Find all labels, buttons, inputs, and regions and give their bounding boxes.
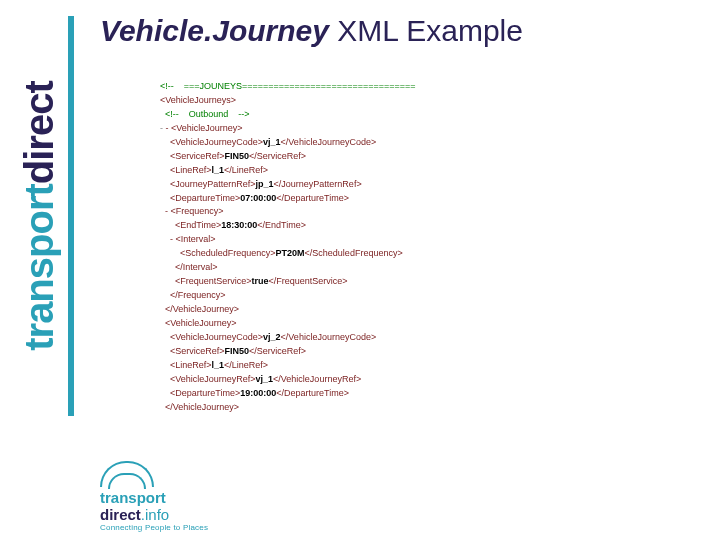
xml-tag: <VehicleJourneyRef> (160, 374, 256, 384)
xml-tag: </VehicleJourneyCode> (281, 137, 377, 147)
xml-value: true (252, 276, 269, 286)
sidebar-logo-text: transportdirect (17, 82, 62, 352)
xml-value: vj_1 (263, 137, 281, 147)
xml-code-block: <!-- ===JOUNEYS=========================… (160, 80, 600, 415)
xml-tag: <VehicleJourney> (160, 318, 237, 328)
xml-tag: </FrequentService> (269, 276, 348, 286)
sidebar-logo: transportdirect (10, 10, 68, 440)
xml-comment: <!-- Outbound --> (160, 109, 250, 119)
xml-tag: </VehicleJourneyCode> (281, 332, 377, 342)
xml-tag: </VehicleJourney> (160, 402, 239, 412)
title-italic: Vehicle.Journey (100, 14, 329, 47)
xml-value: vj_2 (263, 332, 281, 342)
xml-tag: </Frequency> (160, 290, 226, 300)
xml-tag: </ServiceRef> (249, 151, 306, 161)
xml-tag: <DepartureTime> (160, 193, 240, 203)
xml-tag: </Interval> (160, 262, 218, 272)
xml-tag: </VehicleJourney> (160, 304, 239, 314)
xml-tag: </LineRef> (224, 165, 268, 175)
xml-tag: <VehicleJourneyCode> (160, 332, 263, 342)
xml-tag: <FrequentService> (160, 276, 252, 286)
xml-value: l_1 (212, 165, 225, 175)
xml-value: 07:00:00 (240, 193, 276, 203)
footer-word-transport: transport (100, 489, 166, 506)
xml-comment: <!-- ===JOUNEYS=========================… (160, 81, 415, 91)
footer-logo: transport direct.info Connecting People … (100, 461, 208, 532)
footer-word-direct: direct (100, 506, 141, 523)
xml-tag: <JourneyPatternRef> (160, 179, 256, 189)
xml-tag: - <Frequency> (160, 206, 224, 216)
xml-value: 18:30:00 (221, 220, 257, 230)
footer-logo-arc-icon (100, 461, 154, 487)
xml-tag: </JourneyPatternRef> (274, 179, 362, 189)
xml-tag: <EndTime> (160, 220, 221, 230)
footer-tagline: Connecting People to Places (100, 523, 208, 532)
xml-value: PT20M (276, 248, 305, 258)
xml-tag: </ScheduledFrequency> (305, 248, 403, 258)
page-title: Vehicle.Journey XML Example (100, 14, 523, 48)
xml-value: vj_1 (256, 374, 274, 384)
xml-tag: </DepartureTime> (276, 193, 349, 203)
xml-tag: <LineRef> (160, 165, 212, 175)
xml-tag: <VehicleJourneys> (160, 95, 236, 105)
title-rest: XML Example (329, 14, 523, 47)
xml-tag: <ServiceRef> (160, 151, 225, 161)
xml-tag: </DepartureTime> (276, 388, 349, 398)
xml-tag: </ServiceRef> (249, 346, 306, 356)
xml-tag: </VehicleJourneyRef> (273, 374, 361, 384)
xml-value: FIN50 (225, 151, 250, 161)
xml-tag: <LineRef> (160, 360, 212, 370)
xml-tag: <VehicleJourneyCode> (160, 137, 263, 147)
logo-word-direct: direct (17, 82, 61, 185)
footer-logo-text: transport direct.info (100, 489, 208, 523)
xml-value: 19:00:00 (240, 388, 276, 398)
sidebar-accent-bar (68, 16, 74, 416)
logo-word-transport: transport (17, 185, 61, 352)
xml-tag: </LineRef> (224, 360, 268, 370)
xml-value: jp_1 (256, 179, 274, 189)
xml-tag: <ScheduledFrequency> (160, 248, 276, 258)
xml-tag: - <Interval> (160, 234, 216, 244)
xml-tag: <DepartureTime> (160, 388, 240, 398)
xml-tag: <ServiceRef> (160, 346, 225, 356)
footer-suffix: .info (141, 506, 169, 523)
xml-tag: - <VehicleJourney> (166, 123, 243, 133)
xml-tag: </EndTime> (257, 220, 306, 230)
xml-value: l_1 (212, 360, 225, 370)
xml-value: FIN50 (225, 346, 250, 356)
